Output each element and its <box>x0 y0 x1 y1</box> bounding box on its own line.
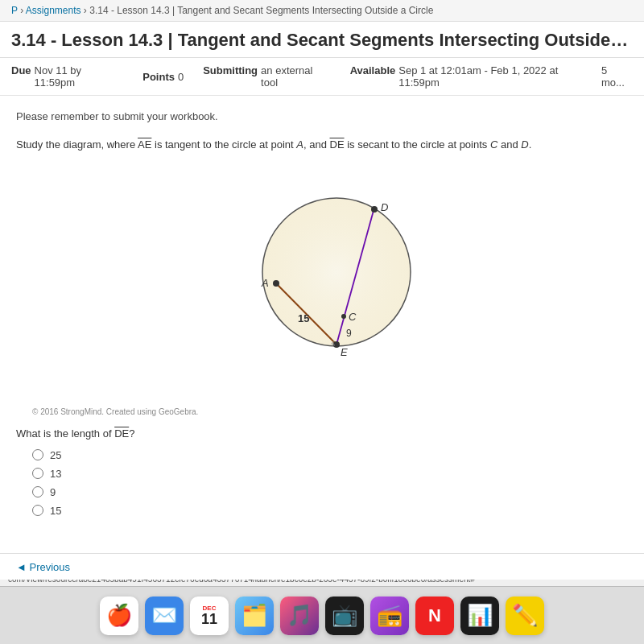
due-value: Nov 11 by 11:59pm <box>35 64 124 89</box>
submitting-label: Submitting <box>203 64 258 89</box>
svg-text:D: D <box>381 201 388 213</box>
taskbar-apple[interactable]: 🍎 <box>100 597 138 635</box>
option-label-9: 9 <box>50 486 56 498</box>
points-label: Points <box>142 71 175 83</box>
svg-point-5 <box>273 280 279 287</box>
available-suffix: 5 mo... <box>601 64 633 89</box>
submitting-value: an external tool <box>261 64 331 89</box>
radio-13[interactable] <box>32 468 43 479</box>
taskbar-mail[interactable]: ✉️ <box>145 597 184 635</box>
taskbar: 🍎 ✉️ DEC 11 🗂️ 🎵 📺 📻 N 📊 ✏️ <box>0 586 644 644</box>
radio-25[interactable] <box>32 449 43 460</box>
bottom-nav: ◄ Previous <box>0 553 644 580</box>
answer-options: 25 13 9 15 <box>16 449 628 517</box>
option-label-25: 25 <box>50 449 61 461</box>
copyright-text: © 2016 StrongMind. Created using GeoGebr… <box>16 407 628 416</box>
svg-point-3 <box>371 206 378 213</box>
radio-15[interactable] <box>32 505 43 516</box>
svg-text:E: E <box>341 346 348 358</box>
reminder-text: Please remember to submit your workbook. <box>16 110 628 122</box>
svg-text:C: C <box>349 311 357 323</box>
available-label: Available <box>350 64 396 89</box>
svg-point-9 <box>333 341 340 348</box>
diagram-description: Study the diagram, where AE is tangent t… <box>16 137 628 153</box>
taskbar-notes[interactable]: ✏️ <box>506 597 544 635</box>
submitting-meta: Submitting an external tool <box>203 64 330 89</box>
option-15[interactable]: 15 <box>32 505 628 517</box>
radio-9[interactable] <box>32 486 43 497</box>
breadcrumb: P › Assignments › 3.14 - Lesson 14.3 | T… <box>0 0 644 22</box>
page-title: 3.14 - Lesson 14.3 | Tangent and Secant … <box>11 30 633 51</box>
previous-button[interactable]: ◄ Previous <box>16 561 70 573</box>
meta-row: Due Nov 11 by 11:59pm Points 0 Submittin… <box>0 58 644 96</box>
option-label-13: 13 <box>50 468 61 480</box>
points-meta: Points 0 <box>142 71 184 83</box>
diagram-wrapper: D A C E 15 9 <box>16 161 628 402</box>
breadcrumb-link-p[interactable]: P <box>11 5 18 16</box>
diagram-container: D A C E 15 9 <box>193 161 451 402</box>
content-area: Please remember to submit your workbook.… <box>0 96 644 531</box>
taskbar-appletv[interactable]: 📺 <box>325 597 364 635</box>
option-label-15: 15 <box>50 505 61 517</box>
taskbar-news[interactable]: N <box>415 597 454 635</box>
option-25[interactable]: 25 <box>32 449 628 461</box>
due-meta: Due Nov 11 by 11:59pm <box>11 64 123 89</box>
diagram-section: Study the diagram, where AE is tangent t… <box>16 137 628 416</box>
breadcrumb-current: 3.14 - Lesson 14.3 | Tangent and Secant … <box>89 5 433 16</box>
option-9[interactable]: 9 <box>32 486 628 498</box>
available-value: Sep 1 at 12:01am - Feb 1, 2022 at 11:59p… <box>398 64 598 89</box>
svg-text:A: A <box>261 277 269 289</box>
option-13[interactable]: 13 <box>32 468 628 480</box>
question-text: What is the length of DE? <box>16 427 628 440</box>
svg-text:9: 9 <box>346 328 352 339</box>
taskbar-stocks[interactable]: 📊 <box>460 597 499 635</box>
due-label: Due <box>11 64 31 89</box>
taskbar-calendar[interactable]: DEC 11 <box>190 597 229 635</box>
points-value: 0 <box>178 71 184 83</box>
taskbar-finder[interactable]: 🗂️ <box>235 597 274 635</box>
svg-text:15: 15 <box>298 312 309 324</box>
page-title-bar: 3.14 - Lesson 14.3 | Tangent and Secant … <box>0 22 644 58</box>
svg-point-0 <box>262 198 411 346</box>
taskbar-music[interactable]: 🎵 <box>280 597 319 635</box>
diagram-svg: D A C E 15 9 <box>193 161 451 402</box>
svg-point-7 <box>341 314 346 319</box>
breadcrumb-link-assignments[interactable]: Assignments <box>26 5 81 16</box>
calendar-day: 11 <box>201 612 217 626</box>
taskbar-podcasts[interactable]: 📻 <box>370 597 409 635</box>
available-meta: Available Sep 1 at 12:01am - Feb 1, 2022… <box>350 64 633 89</box>
